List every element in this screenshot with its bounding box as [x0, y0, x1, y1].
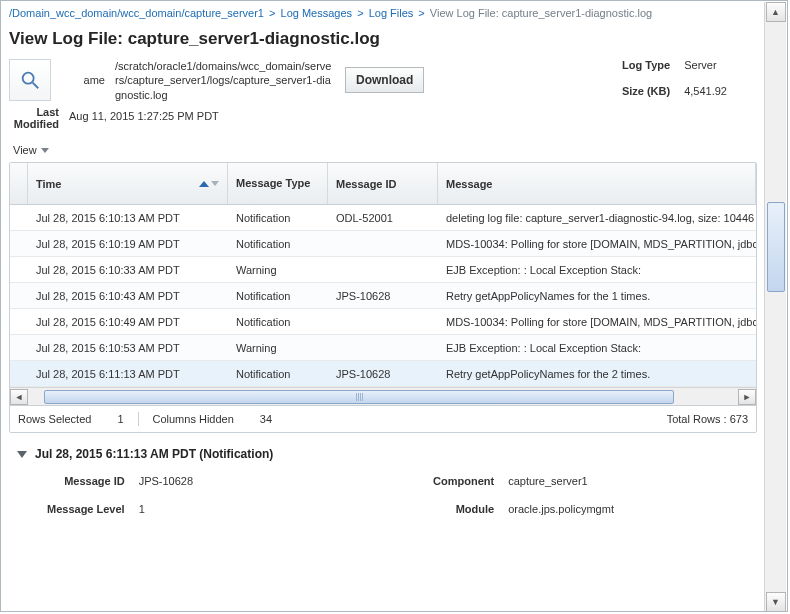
cell-msgid: JPS-10628: [328, 368, 438, 380]
cell-type: Notification: [228, 368, 328, 380]
svg-point-0: [23, 73, 34, 84]
cell-type: Warning: [228, 264, 328, 276]
detail-panel: Jul 28, 2015 6:11:13 AM PDT (Notificatio…: [9, 433, 757, 515]
cell-type: Warning: [228, 342, 328, 354]
col-header-type[interactable]: Message Type: [228, 163, 328, 204]
cell-time: Jul 28, 2015 6:10:49 AM PDT: [28, 316, 228, 328]
columns-hidden-value: 34: [260, 413, 272, 425]
rows-selected-label: Rows Selected: [18, 413, 91, 425]
page-title: View Log File: capture_server1-diagnosti…: [9, 29, 757, 49]
columns-hidden-label: Columns Hidden: [153, 413, 234, 425]
table-row[interactable]: Jul 28, 2015 6:11:13 AM PDTNotificationJ…: [10, 361, 756, 387]
cell-time: Jul 28, 2015 6:10:19 AM PDT: [28, 238, 228, 250]
log-type-label: Log Type: [622, 59, 670, 71]
scroll-thumb[interactable]: [44, 390, 674, 404]
name-label: ame: [57, 74, 105, 86]
breadcrumb-link[interactable]: /Domain_wcc_domain/wcc_domain/capture_se…: [9, 7, 264, 19]
detail-module-label: Module: [433, 503, 494, 515]
vertical-scrollbar[interactable]: ▲ ▼: [764, 2, 786, 612]
table-row[interactable]: Jul 28, 2015 6:10:13 AM PDTNotificationO…: [10, 205, 756, 231]
cell-message: Retry getAppPolicyNames for the 1 times.: [438, 290, 756, 302]
last-modified-label: Last Modified: [9, 106, 69, 130]
name-value: /scratch/oracle1/domains/wcc_domain/serv…: [115, 59, 335, 102]
detail-header-text: Jul 28, 2015 6:11:13 AM PDT (Notificatio…: [35, 447, 273, 461]
detail-msgid-value: JPS-10628: [139, 475, 193, 487]
scroll-right-button[interactable]: ►: [738, 389, 756, 405]
scroll-up-button[interactable]: ▲: [766, 2, 786, 22]
scroll-left-button[interactable]: ◄: [10, 389, 28, 405]
detail-component-label: Component: [433, 475, 494, 487]
detail-level-label: Message Level: [47, 503, 125, 515]
cell-time: Jul 28, 2015 6:10:13 AM PDT: [28, 212, 228, 224]
breadcrumb-leaf: View Log File: capture_server1-diagnosti…: [430, 7, 652, 19]
breadcrumb: /Domain_wcc_domain/wcc_domain/capture_se…: [9, 5, 757, 25]
cell-message: EJB Exception: : Local Exception Stack:: [438, 342, 756, 354]
svg-line-1: [33, 83, 39, 89]
cell-time: Jul 28, 2015 6:10:43 AM PDT: [28, 290, 228, 302]
cell-type: Notification: [228, 238, 328, 250]
scroll-thumb[interactable]: [767, 202, 785, 292]
col-header-msgid[interactable]: Message ID: [328, 163, 438, 204]
cell-msgid: JPS-10628: [328, 290, 438, 302]
cell-message: EJB Exception: : Local Exception Stack:: [438, 264, 756, 276]
total-rows-value: 673: [730, 413, 748, 425]
cell-type: Notification: [228, 316, 328, 328]
cell-type: Notification: [228, 212, 328, 224]
table-row[interactable]: Jul 28, 2015 6:10:33 AM PDTWarningEJB Ex…: [10, 257, 756, 283]
cell-message: MDS-10034: Polling for store [DOMAIN, MD…: [438, 316, 756, 328]
table-gutter: [10, 163, 28, 204]
log-table: Time Message Type Message ID Message Jul…: [9, 162, 757, 433]
table-row[interactable]: Jul 28, 2015 6:10:49 AM PDTNotificationM…: [10, 309, 756, 335]
cell-time: Jul 28, 2015 6:10:33 AM PDT: [28, 264, 228, 276]
log-type-value: Server: [684, 59, 727, 71]
breadcrumb-link[interactable]: Log Files: [369, 7, 414, 19]
cell-message: MDS-10034: Polling for store [DOMAIN, MD…: [438, 238, 756, 250]
sort-asc-icon: [199, 181, 209, 187]
detail-component-value: capture_server1: [508, 475, 614, 487]
table-row[interactable]: Jul 28, 2015 6:10:53 AM PDTWarningEJB Ex…: [10, 335, 756, 361]
rows-selected-value: 1: [117, 413, 123, 425]
view-menu[interactable]: View: [9, 142, 53, 158]
horizontal-scrollbar[interactable]: ◄ ►: [10, 387, 756, 405]
table-row[interactable]: Jul 28, 2015 6:10:43 AM PDTNotificationJ…: [10, 283, 756, 309]
cell-time: Jul 28, 2015 6:10:53 AM PDT: [28, 342, 228, 354]
breadcrumb-link[interactable]: Log Messages: [281, 7, 353, 19]
detail-msgid-label: Message ID: [47, 475, 125, 487]
sort-menu-icon: [211, 181, 219, 186]
cell-msgid: ODL-52001: [328, 212, 438, 224]
cell-time: Jul 28, 2015 6:11:13 AM PDT: [28, 368, 228, 380]
download-button[interactable]: Download: [345, 67, 424, 93]
detail-module-value: oracle.jps.policymgmt: [508, 503, 614, 515]
cell-type: Notification: [228, 290, 328, 302]
col-header-time[interactable]: Time: [28, 163, 228, 204]
collapse-icon[interactable]: [17, 451, 27, 458]
search-icon[interactable]: [9, 59, 51, 101]
detail-level-value: 1: [139, 503, 193, 515]
col-header-message[interactable]: Message: [438, 163, 756, 204]
scroll-down-button[interactable]: ▼: [766, 592, 786, 612]
size-value: 4,541.92: [684, 85, 727, 97]
chevron-down-icon: [41, 148, 49, 153]
last-modified-value: Aug 11, 2015 1:27:25 PM PDT: [69, 106, 219, 122]
total-rows-label: Total Rows: [667, 413, 721, 425]
cell-message: deleting log file: capture_server1-diagn…: [438, 212, 756, 224]
size-label: Size (KB): [622, 85, 670, 97]
table-row[interactable]: Jul 28, 2015 6:10:19 AM PDTNotificationM…: [10, 231, 756, 257]
cell-message: Retry getAppPolicyNames for the 2 times.: [438, 368, 756, 380]
